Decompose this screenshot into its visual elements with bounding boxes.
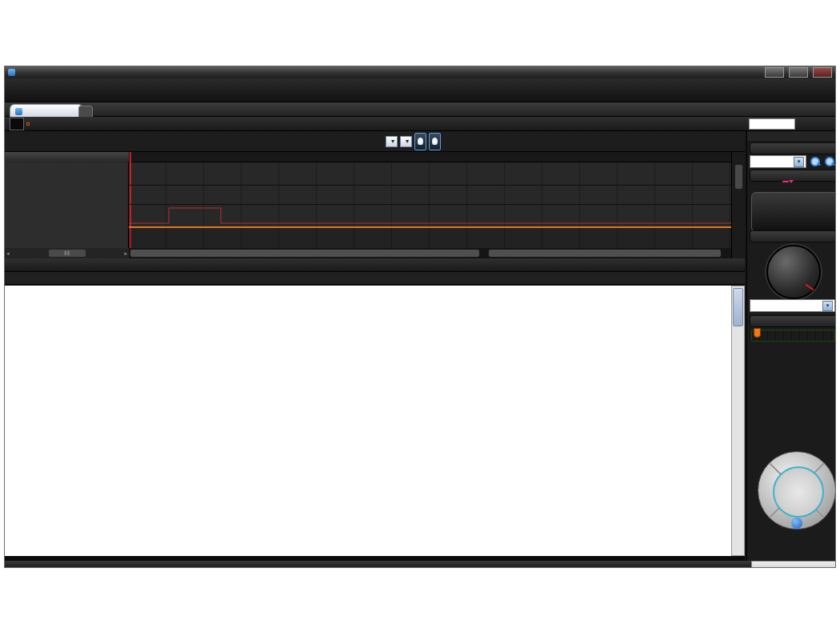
sample-rate-title <box>750 230 836 242</box>
knob-pointer <box>806 284 814 291</box>
memory-usage-meter <box>751 192 836 232</box>
wheel-inner[interactable] <box>773 466 824 518</box>
cursor-a-select[interactable]: ▾ <box>386 136 398 147</box>
scroll-handle[interactable] <box>130 250 479 257</box>
page-number-input[interactable] <box>749 118 795 130</box>
waveform-h-scrollbar[interactable] <box>129 248 731 258</box>
close-button[interactable] <box>813 67 832 78</box>
jog-navigation-wheel[interactable] <box>758 451 836 530</box>
time-ruler <box>129 152 731 162</box>
clk-waveform <box>129 185 731 204</box>
sample-rate-knob[interactable] <box>766 245 821 299</box>
zoom-in-icon[interactable] <box>809 156 821 167</box>
app-window: ▾ ▾ ◂▮▮▸ <box>4 66 836 568</box>
bus-decode-row <box>129 162 731 186</box>
waveform-area: ◂▮▮▸ <box>5 152 745 258</box>
packet-list-toolbar <box>5 272 745 285</box>
zoom-scale-select[interactable]: ▾ <box>750 155 806 168</box>
lamp-button-1[interactable] <box>414 133 426 150</box>
packet-table[interactable] <box>5 286 731 556</box>
waveform-v-scrollbar[interactable] <box>731 152 745 258</box>
scroll-handle[interactable] <box>733 288 743 326</box>
cursor-b-select[interactable]: ▾ <box>400 136 412 147</box>
channel-header-row <box>5 152 129 162</box>
page-mode-icon[interactable] <box>10 118 24 130</box>
waveform-canvas[interactable] <box>129 152 731 258</box>
packet-table-scrollbar[interactable] <box>731 286 745 556</box>
maximize-button[interactable] <box>789 67 808 78</box>
main-toolbar <box>5 78 835 102</box>
slider-pointer[interactable] <box>754 328 761 338</box>
minimize-button[interactable] <box>765 67 784 78</box>
bottom-panel-tabs <box>5 258 745 272</box>
display-freq-title <box>750 142 836 154</box>
title-bar <box>5 66 835 78</box>
channel-panel: ◂▮▮▸ <box>5 152 129 258</box>
bulb-icon <box>432 138 438 145</box>
scroll-handle[interactable] <box>735 165 742 189</box>
page-button-group-active <box>27 123 29 125</box>
lamp-button-2[interactable] <box>429 133 441 150</box>
dat3-wave-row <box>129 226 731 250</box>
trigger-position-title <box>750 315 836 327</box>
ready-status-chip <box>751 561 836 568</box>
clk-wave-row <box>129 185 731 205</box>
chevron-down-icon: ▾ <box>794 157 804 167</box>
scroll-handle[interactable] <box>489 250 721 257</box>
right-sidebar: ▾ ▾ <box>746 131 836 561</box>
page-navigation <box>730 118 830 130</box>
cmd-waveform <box>129 204 731 226</box>
page-bar <box>5 117 835 131</box>
channel-panel-scrollbar[interactable]: ◂▮▮▸ <box>5 248 129 258</box>
document-icon <box>15 108 22 115</box>
info-bar: ▾ ▾ <box>5 131 745 152</box>
page-button-group <box>32 123 34 125</box>
add-tab-button[interactable] <box>78 106 93 118</box>
bulb-icon <box>418 138 423 145</box>
globe-icon[interactable] <box>791 518 802 529</box>
chevron-down-icon: ▾ <box>822 301 833 311</box>
usage-tooltip <box>782 181 789 182</box>
document-tab-bar <box>5 102 835 117</box>
sidebar-header <box>747 131 836 141</box>
trigger-position-slider[interactable] <box>751 330 835 342</box>
status-bar <box>5 561 836 568</box>
cmd-wave-row <box>129 204 731 227</box>
sample-rate-select[interactable]: ▾ <box>750 299 835 312</box>
app-icon <box>8 69 15 76</box>
zoom-out-icon[interactable] <box>823 156 835 167</box>
